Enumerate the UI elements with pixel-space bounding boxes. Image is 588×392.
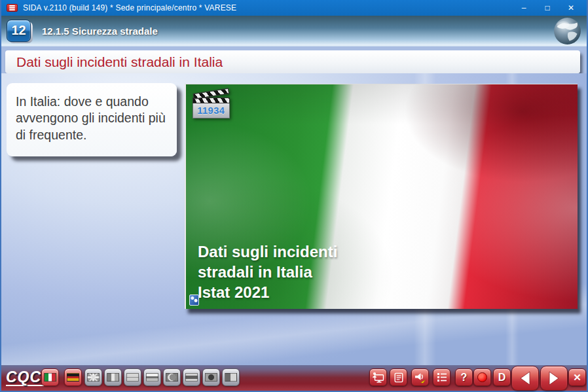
- media-player-icon: [189, 294, 199, 306]
- page-title: Dati sugli incidenti stradali in Italia: [16, 54, 223, 70]
- language-button-german[interactable]: [64, 368, 82, 386]
- cqc-logo: CQC: [6, 370, 44, 386]
- arrow-right-icon: [545, 370, 562, 387]
- presentation-button[interactable]: [369, 368, 387, 386]
- flag-gray-icon: [166, 373, 178, 382]
- flag-gray-icon: [205, 373, 217, 382]
- flag-gray-icon: [146, 373, 158, 382]
- close-button[interactable]: ✕: [559, 0, 583, 16]
- window-title: SIDA v.2110 (build 149) * Sede principal…: [23, 3, 236, 12]
- record-icon: [477, 372, 487, 382]
- arrow-left-icon: [517, 370, 534, 387]
- window-titlebar: SIDA v.2110 (build 149) * Sede principal…: [1, 0, 587, 16]
- page-title-bar: Dati sugli incidenti stradali in Italia: [5, 50, 580, 73]
- language-button-english[interactable]: [84, 368, 102, 386]
- flag-gray-icon: [185, 373, 198, 382]
- flag-italy-icon: [44, 373, 56, 382]
- flag-gray-icon: [126, 373, 139, 382]
- chapter-header: 12 12.1.5 Sicurezza stradale: [1, 16, 587, 46]
- maximize-button[interactable]: □: [536, 0, 559, 16]
- flag-gray-icon: [107, 373, 119, 382]
- language-button-8[interactable]: [183, 368, 200, 386]
- audio-button[interactable]: [411, 368, 429, 386]
- letter-d-icon: D: [498, 372, 506, 383]
- previous-button[interactable]: [511, 366, 539, 391]
- bottom-toolbar: CQC: [1, 365, 587, 392]
- lesson-caption-box: In Italia: dove e quando avvengono gli i…: [7, 83, 177, 156]
- video-thumbnail[interactable]: 11934 Dati sugli incidenti stradali in I…: [185, 84, 578, 309]
- close-x-icon: ✕: [573, 372, 581, 383]
- letter-d-button[interactable]: D: [493, 368, 511, 386]
- record-button[interactable]: [473, 368, 491, 386]
- next-button[interactable]: [540, 366, 568, 391]
- list-icon: [437, 372, 447, 382]
- chapter-title: 12.1.5 Sicurezza stradale: [42, 26, 158, 37]
- index-list-button[interactable]: [433, 368, 450, 386]
- globe-icon: [553, 17, 581, 45]
- document-icon: [394, 372, 404, 383]
- language-button-9[interactable]: [202, 368, 220, 386]
- app-window: SIDA v.2110 (build 149) * Sede principal…: [0, 0, 588, 392]
- exit-button[interactable]: ✕: [568, 368, 586, 386]
- text-page-button[interactable]: [390, 368, 407, 386]
- chapter-badge: 12: [7, 20, 33, 43]
- monitor-person-icon: [372, 372, 384, 383]
- flag-germany-icon: [67, 373, 79, 382]
- minimize-button[interactable]: –: [512, 0, 536, 16]
- clip-number: 11934: [193, 103, 230, 118]
- flag-uk-icon: [87, 373, 100, 382]
- lesson-caption: In Italia: dove e quando avvengono gli i…: [16, 94, 168, 143]
- language-button-6[interactable]: [143, 368, 161, 386]
- language-button-10[interactable]: [222, 368, 240, 386]
- help-button[interactable]: ?: [455, 368, 473, 386]
- question-mark-icon: ?: [461, 372, 468, 383]
- speaker-icon: [414, 372, 426, 383]
- sida-app-icon: [7, 4, 18, 12]
- language-button-7[interactable]: [163, 368, 181, 386]
- clapperboard-icon: 11934: [193, 94, 230, 123]
- lesson-stage: In Italia: dove e quando avvengono gli i…: [1, 73, 587, 365]
- language-button-italian[interactable]: [41, 368, 59, 386]
- language-button-5[interactable]: [124, 368, 141, 386]
- language-button-4[interactable]: [104, 368, 122, 386]
- flag-gray-icon: [225, 373, 237, 382]
- video-overlay-title: Dati sugli incidenti stradali in Italia …: [198, 241, 337, 302]
